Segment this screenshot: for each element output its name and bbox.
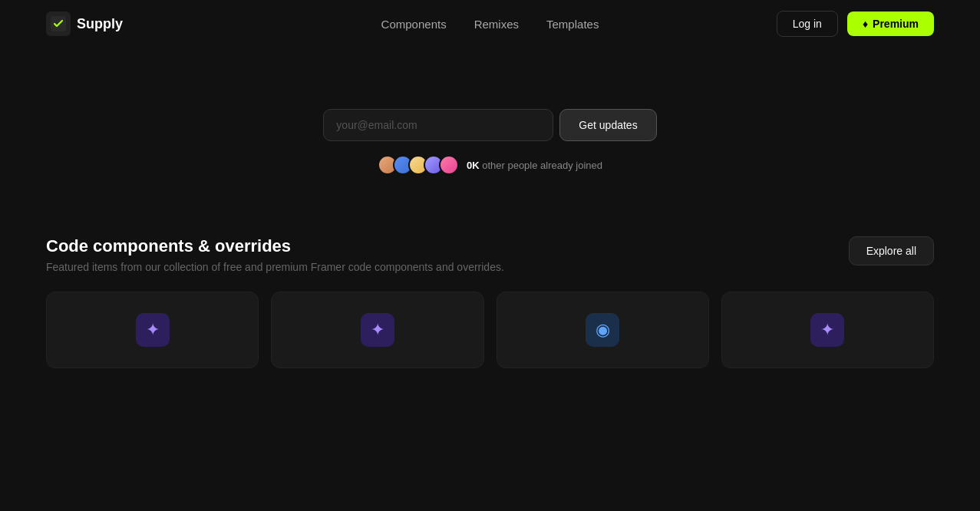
email-row: Get updates bbox=[323, 109, 656, 141]
nav-link-remixes[interactable]: Remixes bbox=[474, 18, 519, 31]
component-card[interactable]: ✦ bbox=[46, 292, 259, 368]
section-subtitle: Featured items from our collection of fr… bbox=[46, 261, 504, 273]
avatar bbox=[439, 155, 459, 175]
email-input[interactable] bbox=[323, 109, 553, 141]
card-icon-wrap: ✦ bbox=[136, 313, 170, 347]
navbar: Supply Components Remixes Templates Log … bbox=[0, 0, 980, 48]
component-card[interactable]: ◉ bbox=[497, 292, 709, 368]
hero-section: Get updates 0K other people already join… bbox=[0, 48, 980, 221]
logo-text: Supply bbox=[77, 16, 123, 32]
social-proof: 0K other people already joined bbox=[378, 155, 602, 175]
component-card[interactable]: ✦ bbox=[271, 292, 483, 368]
explore-all-button[interactable]: Explore all bbox=[849, 236, 934, 265]
nav-link-templates[interactable]: Templates bbox=[546, 18, 599, 31]
section-titles: Code components & overrides Featured ite… bbox=[46, 236, 504, 273]
premium-label: Premium bbox=[873, 18, 919, 30]
section-header: Code components & overrides Featured ite… bbox=[46, 236, 934, 273]
components-section: Code components & overrides Featured ite… bbox=[0, 221, 980, 368]
social-count: 0K other people already joined bbox=[467, 160, 602, 171]
logo-icon bbox=[46, 12, 71, 36]
card-icon: ◉ bbox=[596, 320, 610, 340]
component-card[interactable]: ✦ bbox=[721, 292, 934, 368]
card-icon: ✦ bbox=[820, 320, 834, 340]
logo[interactable]: Supply bbox=[46, 12, 123, 36]
premium-button[interactable]: ♦ Premium bbox=[847, 12, 934, 36]
card-icon: ✦ bbox=[146, 320, 160, 340]
section-title: Code components & overrides bbox=[46, 236, 504, 256]
get-updates-button[interactable]: Get updates bbox=[559, 109, 656, 141]
card-icon: ✦ bbox=[371, 320, 384, 340]
nav-link-components[interactable]: Components bbox=[381, 18, 447, 31]
nav-actions: Log in ♦ Premium bbox=[777, 11, 934, 37]
nav-links: Components Remixes Templates bbox=[381, 18, 599, 31]
card-icon-wrap: ◉ bbox=[586, 313, 619, 347]
card-icon-wrap: ✦ bbox=[361, 313, 394, 347]
login-button[interactable]: Log in bbox=[777, 11, 838, 37]
card-icon-wrap: ✦ bbox=[810, 313, 844, 347]
avatar-group bbox=[378, 155, 459, 175]
cards-row: ✦ ✦ ◉ ✦ bbox=[46, 292, 934, 368]
premium-icon: ♦ bbox=[863, 18, 868, 30]
